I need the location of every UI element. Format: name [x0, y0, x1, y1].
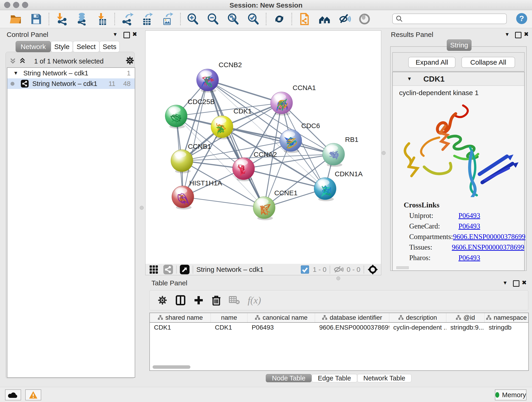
toolbar-separator — [266, 13, 266, 25]
sphere-icon[interactable] — [358, 12, 371, 26]
network-node-RB1[interactable]: RB1 — [323, 136, 358, 167]
crosslink-value-link[interactable]: P06493 — [458, 222, 480, 230]
results-panel: Results Panel ▾ ✖ String Expand All Coll… — [387, 30, 532, 270]
network-label: String Network – cdk1 — [32, 80, 97, 88]
hidden-eye-icon[interactable] — [333, 265, 343, 274]
eye-slash-icon[interactable] — [338, 12, 351, 26]
panel-float-icon[interactable] — [515, 32, 521, 39]
tab-node-table[interactable]: Node Table — [266, 374, 312, 382]
collapse-triangle-icon[interactable]: ▼ — [13, 70, 18, 76]
column-header-name[interactable]: name — [211, 313, 247, 322]
expand-all-button[interactable]: Expand All — [408, 57, 456, 68]
panel-collapse-icon[interactable]: ▾ — [506, 31, 509, 37]
network-graph[interactable]: CCNB2CCNA1CDC25BCDK1CDC6RB1CCNB1CCNA2CDK… — [146, 31, 381, 264]
network-node-CCNE1[interactable]: CCNE1 — [253, 189, 298, 220]
network-row-selected[interactable]: String Network – cdk1 11 48 — [7, 78, 135, 89]
panel-close-icon[interactable]: ✖ — [132, 31, 137, 37]
import-database-icon[interactable] — [76, 12, 89, 26]
import-network-icon[interactable] — [56, 12, 69, 26]
grid-view-icon[interactable] — [149, 265, 158, 274]
tab-select[interactable]: Select — [73, 41, 99, 52]
tab-network[interactable]: Network — [16, 41, 51, 52]
panel-float-icon[interactable] — [513, 280, 519, 288]
main-toolbar: ? — [0, 10, 532, 28]
panel-close-icon[interactable]: ✖ — [522, 280, 527, 286]
inner-scrollbar-thumb[interactable] — [396, 266, 409, 269]
zoom-in-icon[interactable] — [186, 12, 199, 26]
panel-close-icon[interactable]: ✖ — [524, 31, 529, 37]
open-folder-icon[interactable] — [9, 12, 22, 26]
column-label: canonical name — [263, 314, 307, 321]
cloud-button[interactable] — [5, 389, 21, 400]
houses-icon[interactable] — [318, 12, 331, 26]
document-share-icon[interactable] — [298, 12, 311, 26]
collapse-all-button[interactable]: Collapse All — [462, 57, 515, 68]
network-node-CDKN1A[interactable]: CDKN1A — [314, 170, 363, 201]
column-header-database-identifier[interactable]: database identifier — [315, 313, 389, 322]
left-splitter-handle[interactable] — [140, 206, 144, 210]
table-cell[interactable]: P06493 — [247, 323, 315, 332]
export-network-icon[interactable] — [121, 12, 134, 26]
zoom-selected-icon[interactable] — [247, 12, 260, 26]
search-input[interactable] — [403, 15, 503, 23]
tab-edge-table[interactable]: Edge Table — [312, 374, 357, 382]
help-icon[interactable]: ? — [515, 12, 528, 25]
network-collection-row[interactable]: ▼ String Network – cdk1 1 — [7, 68, 135, 78]
share-view-icon[interactable] — [163, 265, 173, 274]
table-cell[interactable]: CDK1 — [150, 323, 211, 332]
memory-button[interactable]: Memory — [495, 389, 526, 400]
column-header--id[interactable]: @id — [446, 313, 485, 322]
zoom-fit-icon[interactable] — [226, 12, 240, 26]
export-image-icon[interactable] — [161, 12, 174, 26]
birdseye-crosshair-icon[interactable] — [367, 264, 378, 275]
network-node-CCNA1[interactable]: CCNA1 — [271, 84, 316, 115]
open-in-new-icon[interactable] — [180, 265, 190, 274]
table-cell[interactable]: CDK1 — [211, 323, 247, 332]
table-cell[interactable]: stringdb:9... — [446, 323, 485, 332]
crosslink-value-link[interactable]: P06493 — [458, 211, 480, 220]
column-label: @id — [463, 314, 475, 321]
crosslink-value-link[interactable]: P06493 — [458, 254, 480, 262]
column-header-namespace[interactable]: namespace — [485, 313, 528, 322]
table-delete-row-icon[interactable] — [211, 295, 221, 306]
right-splitter-handle[interactable] — [382, 151, 386, 155]
tab-network-table[interactable]: Network Table — [357, 374, 412, 382]
crosslink-value-link[interactable]: 9606.ENSP00000378699 — [453, 233, 525, 241]
table-cell[interactable]: cyclin-dependent ... — [389, 323, 446, 332]
save-floppy-icon[interactable] — [29, 12, 43, 26]
gear-icon[interactable] — [125, 56, 134, 66]
gene-panel-header[interactable]: ▼ CDK1 — [393, 72, 524, 86]
column-header-description[interactable]: description — [389, 313, 446, 322]
table-gear-icon[interactable] — [157, 295, 167, 305]
table-add-icon[interactable] — [194, 295, 204, 305]
table-cell[interactable]: 9606.ENSP00000378699 — [315, 323, 389, 332]
panel-float-icon[interactable] — [123, 32, 130, 39]
panel-collapse-icon[interactable]: ▾ — [114, 31, 117, 37]
import-table-icon[interactable] — [96, 12, 109, 26]
network-edge[interactable] — [208, 80, 282, 103]
network-edge[interactable] — [183, 197, 264, 208]
network-canvas[interactable]: CCNB2CCNA1CDC25BCDK1CDC6RB1CCNB1CCNA2CDK… — [145, 31, 381, 264]
table-row[interactable]: CDK1CDK1P064939606.ENSP00000378699cyclin… — [150, 323, 528, 332]
crosslink-row: Pharos:P06493 — [409, 254, 524, 262]
tab-sets[interactable]: Sets — [99, 41, 120, 52]
export-table-icon[interactable] — [141, 12, 154, 26]
horizontal-scrollbar-thumb[interactable] — [152, 365, 190, 369]
selected-checkbox-icon[interactable] — [301, 265, 309, 274]
column-header-shared-name[interactable]: shared name — [150, 313, 211, 322]
refresh-icon[interactable] — [273, 12, 286, 26]
column-header-canonical-name[interactable]: canonical name — [247, 313, 315, 322]
warning-button[interactable] — [25, 389, 41, 400]
crosslink-value-link[interactable]: 9606.ENSP00000378699 — [452, 243, 524, 251]
table-cell[interactable]: stringdb — [485, 323, 528, 332]
network-node-CCNA2[interactable]: CCNA2 — [233, 151, 277, 181]
tab-style[interactable]: Style — [51, 41, 73, 52]
collapse-triangle-icon[interactable]: ▼ — [407, 76, 412, 82]
node-table: shared namenamecanonical namedatabase id… — [149, 313, 529, 371]
panel-collapse-icon[interactable]: ▾ — [504, 280, 507, 286]
zoom-out-icon[interactable] — [206, 12, 220, 26]
table-columns-icon[interactable] — [175, 295, 186, 306]
network-node-HIST1H1A[interactable]: HIST1H1A — [172, 179, 222, 210]
tab-string[interactable]: String — [447, 39, 472, 51]
network-edge[interactable] — [208, 80, 264, 208]
